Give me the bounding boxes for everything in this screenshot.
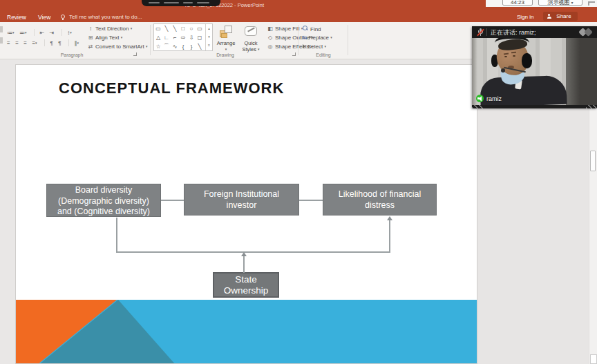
drawing-dialog-launcher[interactable]	[292, 52, 296, 56]
resize-grip-icon[interactable]	[586, 105, 597, 108]
shape-textbox[interactable]: ▭	[154, 24, 162, 33]
meeting-toolbar: 44:23 演示视图 ▾	[486, 0, 597, 7]
webcam-window[interactable]: 正在讲话: ramiz; ramiz	[472, 26, 597, 108]
connector-fii-distress	[299, 200, 323, 201]
shape-brace-left[interactable]: {	[179, 42, 187, 51]
align-text-icon: ⊞	[87, 35, 94, 41]
select-button[interactable]: Select ▾	[303, 44, 326, 50]
shapes-gallery[interactable]: ▭ ╲ ╲ □ ○ ▭ △ ∟ ⌐ ⇨ ⇩ ◻ ☆ ⌒	[153, 23, 213, 51]
replace-button[interactable]: ⇆Replace ▾	[303, 35, 332, 41]
screen: NPO Talk_27122022 - PowerPoint Review Vi…	[0, 0, 597, 364]
shape-line[interactable]: ╲	[162, 24, 171, 33]
shape-arrow-right[interactable]: ⇨	[179, 33, 187, 42]
view-mode-button[interactable]: 演示视图 ▾	[538, 0, 582, 6]
slide-canvas[interactable]: CONCEPTUAL FRAMEWORK Board diversity (De…	[15, 64, 477, 364]
text-direction-icon: ↕	[87, 26, 94, 32]
board-line2: (Demographic diversity)	[47, 196, 160, 207]
resize-grip-icon[interactable]	[472, 105, 483, 108]
sign-in-link[interactable]: Sign in	[517, 14, 533, 20]
shape-rect[interactable]: □	[179, 24, 187, 33]
shape-line2[interactable]: ╲	[196, 42, 204, 51]
scrollbar-corner	[590, 354, 597, 364]
pill-glyph	[183, 2, 193, 3]
align-text-button[interactable]: ⊞Align Text ▾	[87, 35, 122, 41]
state-line1: State	[214, 274, 278, 285]
tab-review[interactable]: Review	[7, 14, 26, 21]
shape-arrow-line[interactable]: ╲	[171, 24, 179, 33]
align-left-button[interactable]: ≡	[7, 39, 10, 47]
share-timer: 44:23	[502, 0, 533, 6]
paragraph-dialog-launcher[interactable]	[133, 52, 137, 56]
person-eye	[513, 55, 515, 57]
meeting-app-logo-icon	[584, 28, 593, 37]
tell-me-box[interactable]: Tell me what you want to do...	[69, 14, 142, 20]
video-background	[566, 38, 597, 105]
smartart-icon: ⇄	[87, 44, 94, 50]
meeting-control-pill[interactable]	[142, 0, 220, 6]
quick-styles-button[interactable]: QuickStyles ▾	[239, 40, 263, 52]
scrollbar-track[interactable]	[589, 108, 597, 364]
shape-effects-icon: ◎	[267, 44, 274, 50]
arrange-icon	[218, 25, 234, 39]
paragraph-group: ≔▾ ≕▾ ⇤ ⇥ ↕▾ ≡ ≡ ≡ ≡▾ ¶ ¶ ∥▾ ↕Text Direc	[6, 22, 138, 59]
shape-elbow[interactable]: ∟	[162, 33, 171, 42]
webcam-window-edge[interactable]	[472, 105, 597, 108]
slide-title[interactable]: CONCEPTUAL FRAMEWORK	[59, 79, 284, 97]
text-direction-button[interactable]: ↕Text Direction ▾	[87, 26, 132, 32]
editing-group: Find ⇆Replace ▾ Select ▾ Editing	[301, 22, 346, 59]
shape-star[interactable]: ☆	[154, 42, 162, 51]
quick-styles-icon	[245, 26, 257, 36]
divider	[68, 39, 69, 46]
arrange-icon-front2	[221, 33, 227, 38]
shape-financial-distress[interactable]: Likelihood of financial distress	[323, 184, 437, 215]
share-button[interactable]: Share	[543, 12, 578, 21]
cut-off-icon	[0, 37, 3, 44]
shape-triangle[interactable]: △	[154, 33, 162, 42]
group-label-editing: Editing	[301, 52, 346, 57]
shape-foreign-institutional-investor[interactable]: Foreign Institutional investor	[184, 184, 299, 215]
state-line2: Ownership	[214, 285, 278, 296]
shape-brace-right[interactable]: }	[187, 42, 196, 51]
board-line3: and (Cognitive diversity)	[47, 207, 160, 218]
webcam-video: ramiz	[472, 38, 597, 105]
convert-smartart-button[interactable]: ⇄Convert to SmartArt ▾	[87, 44, 147, 50]
replace-icon: ⇆	[303, 35, 307, 41]
shape-board-diversity[interactable]: Board diversity (Demographic diversity) …	[46, 184, 161, 217]
shape-rounded-rect[interactable]: ▭	[196, 24, 204, 33]
arrange-button[interactable]: Arrange▾	[211, 40, 240, 52]
tab-view[interactable]: View	[38, 14, 50, 21]
scrollbar-thumb[interactable]	[590, 151, 596, 171]
person-eye	[504, 56, 507, 57]
connector-bottom	[116, 251, 390, 253]
share-label: Share	[556, 13, 571, 19]
find-button[interactable]: Find	[303, 26, 321, 32]
shape-fill-icon: ◧	[267, 26, 274, 32]
ltr-button[interactable]: ¶	[50, 39, 53, 47]
arrowhead-moderator	[241, 252, 247, 256]
toolbar-expand-icon[interactable]	[588, 1, 595, 6]
slide-bottom-decoration	[16, 300, 477, 364]
shape-arc[interactable]: ⌒	[162, 42, 171, 51]
speaking-label: 正在讲话: ramiz;	[491, 28, 536, 37]
align-center-button[interactable]: ≡	[15, 39, 19, 47]
divider	[486, 28, 487, 36]
shape-callout[interactable]: ◻	[196, 33, 204, 42]
columns-button[interactable]: ∥▾	[74, 39, 79, 47]
shape-curve[interactable]: ∿	[171, 42, 179, 51]
arrowhead-to-distress	[387, 216, 392, 220]
distress-line2: distress	[323, 200, 436, 211]
arrange-icon-front	[225, 26, 232, 33]
shape-oval[interactable]: ○	[187, 24, 196, 33]
shape-arrow-down[interactable]: ⇩	[187, 33, 196, 42]
shape-state-ownership[interactable]: State Ownership	[213, 272, 279, 298]
pill-glyph	[197, 2, 209, 3]
align-right-button[interactable]: ≡	[23, 39, 27, 47]
webcam-header: 正在讲话: ramiz;	[472, 26, 597, 38]
gallery-scroll-up-icon[interactable]: ▴	[206, 24, 212, 32]
group-label-drawing: Drawing	[153, 52, 297, 57]
shape-elbow-arrow[interactable]: ⌐	[171, 33, 179, 42]
connector-up-right	[389, 220, 390, 252]
justify-button[interactable]: ≡▾	[32, 39, 37, 47]
rtl-button[interactable]: ¶	[58, 39, 61, 47]
view-mode-label: 演示视图	[547, 0, 569, 6]
